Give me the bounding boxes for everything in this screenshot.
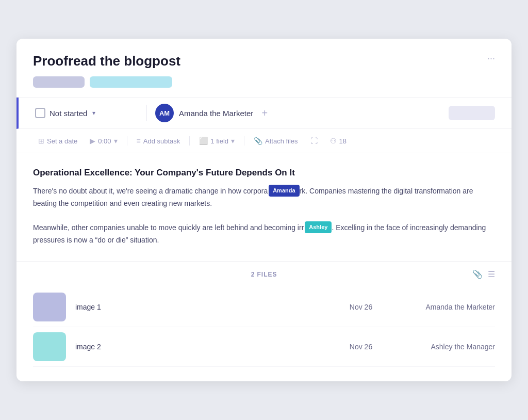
files-section: 2 FILES 📎 ☰ image 1 Nov 26 Amanda the Ma… (16, 262, 512, 381)
options-menu[interactable]: ··· (487, 53, 495, 64)
action-placeholder (449, 106, 495, 120)
para1-before: There's no doubt about it, we're seeing … (33, 187, 268, 195)
blog-title: Operational Excellence: Your Company's F… (33, 168, 495, 178)
add-subtask-button[interactable]: ≡ Add subtask (131, 134, 186, 148)
file-row: image 1 Nov 26 Amanda the Marketer (33, 287, 495, 327)
file-name-2: image 2 (75, 343, 330, 351)
assignee-section: AM Amanda the Marketer + (155, 104, 449, 122)
file-name-1: image 1 (75, 303, 330, 311)
avatar: AM (155, 104, 174, 122)
assignee-name: Amanda the Marketer (179, 109, 253, 118)
status-section[interactable]: Not started ▾ (35, 108, 138, 118)
tag-blue (90, 76, 172, 88)
toolbar-sep-1 (127, 136, 127, 146)
files-actions: 📎 ☰ (472, 269, 495, 279)
time-label: 0:00 (98, 137, 111, 145)
para2-before: Meanwhile, other companies unable to mov… (33, 223, 304, 232)
share-count: 18 (339, 137, 346, 145)
files-menu-icon[interactable]: ☰ (488, 269, 495, 279)
subtask-icon: ≡ (137, 137, 141, 145)
subtask-label: Add subtask (143, 137, 180, 145)
paragraph-2: Meanwhile, other companies unable to mov… (33, 222, 495, 247)
play-icon: ▶ (90, 137, 95, 145)
card-header: Proofread the blogpost ··· (16, 39, 512, 98)
attach-icon: 📎 (254, 137, 262, 145)
add-assignee-button[interactable]: + (258, 107, 271, 119)
tooltip-ashley: Ashley (305, 221, 332, 233)
file-date-2: Nov 26 (330, 343, 392, 351)
toolbar-sep-3 (244, 136, 244, 146)
file-row-2: image 2 Nov 26 Ashley the Manager (33, 327, 495, 367)
field-button[interactable]: ⬜ 1 field ▾ (194, 134, 240, 148)
paragraph-1: There's no doubt about it, we're seeing … (33, 185, 495, 210)
blog-body: There's no doubt about it, we're seeing … (33, 185, 495, 247)
file-uploader-1: Amanda the Marketer (392, 303, 495, 311)
files-header: 2 FILES 📎 ☰ (33, 271, 495, 278)
file-thumbnail-2 (33, 332, 66, 361)
status-divider (146, 105, 147, 121)
file-thumbnail-1 (33, 293, 66, 321)
time-button[interactable]: ▶ 0:00 ▾ (85, 134, 122, 148)
toolbar: ⊞ Set a date ▶ 0:00 ▾ ≡ Add subtask ⬜ 1 … (16, 129, 512, 153)
tooltip-amanda: Amanda (269, 185, 299, 197)
attach-button[interactable]: 📎 Attach files (249, 134, 303, 148)
content-area: Operational Excellence: Your Company's F… (16, 153, 512, 262)
status-dropdown-icon[interactable]: ▾ (92, 109, 95, 117)
tag-row (33, 76, 495, 88)
toolbar-sep-2 (189, 136, 190, 146)
field-label: 1 field (210, 137, 228, 145)
time-dropdown-icon: ▾ (114, 137, 118, 145)
status-label: Not started (50, 109, 87, 118)
calendar-icon: ⊞ (38, 137, 44, 145)
attach-label: Attach files (265, 137, 298, 145)
status-bar: Not started ▾ AM Amanda the Marketer + (16, 98, 512, 129)
field-dropdown-icon: ▾ (231, 137, 235, 145)
status-checkbox[interactable] (35, 108, 45, 118)
share-icon: ⛶ (310, 137, 318, 145)
set-date-label: Set a date (47, 137, 77, 145)
files-count: 2 FILES (251, 271, 277, 278)
page-title: Proofread the blogpost (33, 53, 495, 69)
set-date-button[interactable]: ⊞ Set a date (33, 134, 82, 148)
connections-icon: ⚇ (330, 137, 337, 145)
file-date-1: Nov 26 (330, 303, 392, 311)
share-icon-button[interactable]: ⛶ (305, 134, 323, 148)
task-card: Proofread the blogpost ··· Not started ▾… (16, 39, 512, 381)
field-icon: ⬜ (199, 137, 208, 145)
attach-files-icon[interactable]: 📎 (472, 269, 483, 279)
connections-button[interactable]: ⚇ 18 (325, 134, 352, 148)
tag-purple (33, 76, 85, 88)
file-uploader-2: Ashley the Manager (392, 343, 495, 351)
